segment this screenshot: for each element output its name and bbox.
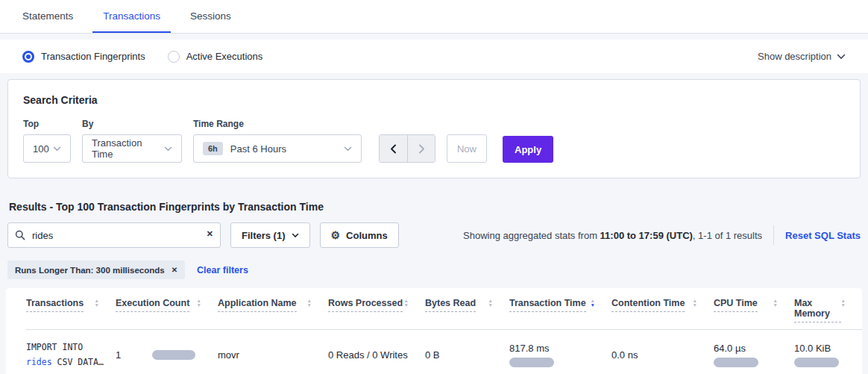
filter-tag: Runs Longer Than: 300 milliseconds ✕ xyxy=(7,261,185,279)
clear-search-icon[interactable]: ✕ xyxy=(207,229,213,239)
search-criteria-title: Search Criteria xyxy=(23,94,845,106)
column-header-application-name[interactable]: Application Name ▲▼ xyxy=(218,298,328,329)
radio-active-executions[interactable]: Active Executions xyxy=(168,51,263,63)
max-memory-bar xyxy=(794,358,839,367)
column-header-rows-processed[interactable]: Rows Processed ▲▼ xyxy=(328,298,425,329)
radio-unselected-icon[interactable] xyxy=(168,51,180,63)
cell-application-name: movr xyxy=(218,349,328,361)
tab-statements[interactable]: Statements xyxy=(12,0,84,33)
highlighted-search-term: rides xyxy=(26,357,52,367)
sort-icon[interactable]: ▲▼ xyxy=(488,299,493,308)
clear-filters-link[interactable]: Clear filters xyxy=(197,265,248,275)
next-time-button[interactable] xyxy=(407,135,435,162)
aggregated-stats-text: Showing aggregated stats from 11:00 to 1… xyxy=(463,230,762,241)
gear-icon: ⚙ xyxy=(331,230,341,240)
radio-label: Active Executions xyxy=(186,51,263,62)
cell-execution-count: 1 xyxy=(116,349,218,361)
column-header-bytes-read[interactable]: Bytes Read ▲▼ xyxy=(425,298,509,329)
results-table: Transactions ▲▼ Execution Count ▲▼ Appli… xyxy=(6,288,862,374)
column-header-transactions[interactable]: Transactions ▲▼ xyxy=(26,298,116,329)
sort-icon[interactable]: ▲▼ xyxy=(197,299,201,308)
column-header-transaction-time[interactable]: Transaction Time ▲▼ xyxy=(509,298,611,329)
filters-button[interactable]: Filters (1) xyxy=(230,222,310,248)
table-row[interactable]: IMPORT INTO rides CSV DATA… 1 movr 0 Rea… xyxy=(26,330,862,374)
vertical-divider xyxy=(773,225,774,245)
time-range-badge: 6h xyxy=(203,142,223,155)
sort-icon-active-desc[interactable]: ▲▼ xyxy=(591,299,595,308)
sort-icon[interactable]: ▲▼ xyxy=(307,299,312,308)
column-header-execution-count[interactable]: Execution Count ▲▼ xyxy=(116,298,218,329)
stats-time-range: 11:00 to 17:59 (UTC) xyxy=(600,230,693,241)
table-header-row: Transactions ▲▼ Execution Count ▲▼ Appli… xyxy=(26,288,862,330)
page-tabs: Statements Transactions Sessions xyxy=(0,0,868,34)
time-step-buttons xyxy=(379,134,435,163)
by-select-value: Transaction Time xyxy=(92,137,164,160)
apply-button[interactable]: Apply xyxy=(503,136,553,163)
results-controls: ✕ Filters (1) ⚙ Columns Showing aggregat… xyxy=(7,222,861,248)
radio-label: Transaction Fingerprints xyxy=(41,51,145,62)
transaction-time-bar xyxy=(509,358,554,367)
view-toggle-row: Transaction Fingerprints Active Executio… xyxy=(0,40,868,73)
column-header-max-memory[interactable]: Max Memory ▲▼ xyxy=(794,298,862,329)
search-icon xyxy=(15,230,25,240)
previous-time-button[interactable] xyxy=(380,135,407,162)
columns-button-label: Columns xyxy=(346,230,388,241)
chevron-down-icon xyxy=(292,233,299,238)
search-input[interactable] xyxy=(7,222,221,248)
chevron-down-icon xyxy=(344,146,352,152)
show-description-label: Show description xyxy=(758,51,831,62)
active-filters-row: Runs Longer Than: 300 milliseconds ✕ Cle… xyxy=(7,261,861,279)
cell-rows-processed: 0 Reads / 0 Writes xyxy=(328,349,425,361)
tab-transactions[interactable]: Transactions xyxy=(92,0,171,33)
cell-bytes-read: 0 B xyxy=(425,349,509,361)
top-label: Top xyxy=(23,119,71,129)
reset-sql-stats-link[interactable]: Reset SQL Stats xyxy=(785,230,861,241)
tab-sessions[interactable]: Sessions xyxy=(180,0,242,33)
sort-icon[interactable]: ▲▼ xyxy=(773,299,778,308)
filter-tag-label: Runs Longer Than: 300 milliseconds xyxy=(15,266,165,275)
cell-contention-time: 0.0 ns xyxy=(611,349,714,361)
time-range-value: Past 6 Hours xyxy=(230,143,286,155)
cpu-time-bar xyxy=(714,358,758,367)
cell-transaction-time: 817.8 ms xyxy=(509,343,611,367)
chevron-down-icon xyxy=(837,54,846,60)
sort-icon[interactable]: ▲▼ xyxy=(841,299,846,308)
column-header-contention-time[interactable]: Contention Time ▲▼ xyxy=(611,298,714,329)
top-select[interactable]: 100 xyxy=(23,134,71,163)
radio-transaction-fingerprints[interactable]: Transaction Fingerprints xyxy=(22,51,145,63)
chevron-down-icon xyxy=(164,146,172,152)
by-select[interactable]: Transaction Time xyxy=(82,134,182,163)
chevron-down-icon xyxy=(53,146,61,152)
time-range-label: Time Range xyxy=(193,119,362,129)
sort-icon[interactable]: ▲▼ xyxy=(404,299,409,308)
columns-button[interactable]: ⚙ Columns xyxy=(320,222,399,248)
sort-icon[interactable]: ▲▼ xyxy=(693,299,697,308)
sort-icon[interactable]: ▲▼ xyxy=(95,299,99,308)
radio-selected-icon[interactable] xyxy=(22,51,34,63)
cell-cpu-time: 64.0 µs xyxy=(714,343,794,367)
top-select-value: 100 xyxy=(33,143,49,155)
results-heading: Results - Top 100 Transaction Fingerprin… xyxy=(9,201,859,213)
remove-filter-icon[interactable]: ✕ xyxy=(172,266,177,274)
execution-count-bar xyxy=(152,350,195,360)
filters-button-label: Filters (1) xyxy=(242,230,286,241)
search-criteria-card: Search Criteria Top 100 By Transaction T… xyxy=(7,79,861,178)
cell-max-memory: 10.0 KiB xyxy=(794,343,862,367)
by-label: By xyxy=(82,119,182,129)
search-box: ✕ xyxy=(7,222,221,248)
transaction-fingerprint-link[interactable]: IMPORT INTO rides CSV DATA… xyxy=(26,340,116,370)
time-range-select[interactable]: 6h Past 6 Hours xyxy=(193,134,362,163)
column-header-cpu-time[interactable]: CPU Time ▲▼ xyxy=(714,298,794,329)
show-description-toggle[interactable]: Show description xyxy=(758,51,846,62)
now-button[interactable]: Now xyxy=(447,134,487,163)
